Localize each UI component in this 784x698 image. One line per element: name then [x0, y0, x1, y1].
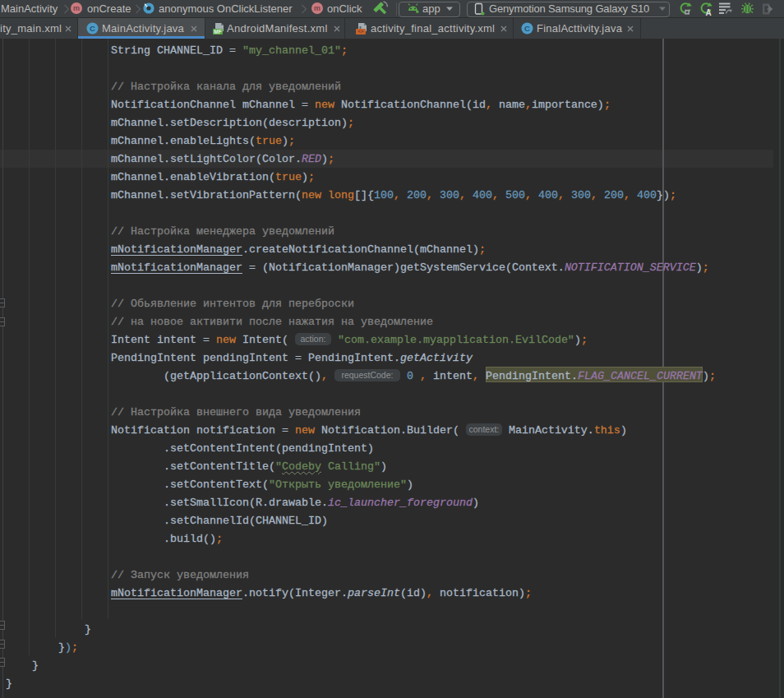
svg-text:A: A [706, 8, 712, 16]
svg-text:C: C [90, 24, 95, 33]
svg-text:<>: <> [357, 29, 364, 34]
svg-text:MF: MF [214, 29, 221, 35]
svg-text:C: C [524, 24, 530, 33]
